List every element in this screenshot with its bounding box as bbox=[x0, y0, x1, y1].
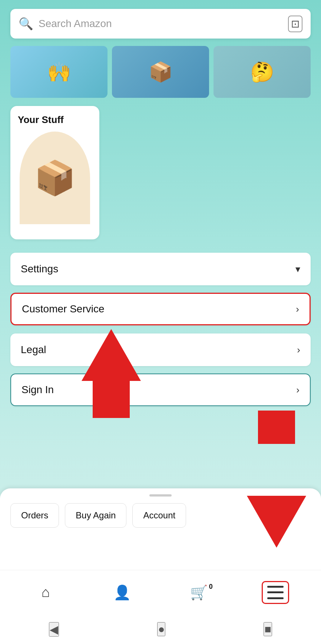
nav-home[interactable]: ⌂ bbox=[7, 570, 84, 614]
sign-in-chevron-icon: › bbox=[296, 384, 300, 396]
hamburger-menu-icon bbox=[267, 586, 284, 599]
cart-badge: 0 bbox=[209, 583, 213, 591]
legal-label: Legal bbox=[21, 344, 297, 356]
product-image-2[interactable]: 📦 bbox=[112, 46, 209, 98]
camera-search-icon[interactable]: ⊡ bbox=[288, 16, 302, 32]
annotation-arrow-down bbox=[247, 462, 306, 548]
bottom-navigation: ⌂ 👤 🛒 0 bbox=[0, 570, 321, 614]
settings-chevron-icon: ▾ bbox=[295, 263, 300, 275]
nav-cart[interactable]: 🛒 0 bbox=[160, 570, 237, 614]
search-bar[interactable]: 🔍 Search Amazon ⊡ bbox=[10, 9, 311, 39]
search-icon: 🔍 bbox=[19, 17, 33, 31]
sheet-handle bbox=[149, 494, 172, 497]
product-image-1[interactable]: 🙌 bbox=[10, 46, 107, 98]
product-image-3[interactable]: 🤔 bbox=[214, 46, 311, 98]
recents-button[interactable]: ■ bbox=[264, 622, 272, 636]
settings-menu-item[interactable]: Settings ▾ bbox=[10, 253, 311, 285]
account-button[interactable]: Account bbox=[132, 503, 186, 528]
settings-label: Settings bbox=[21, 263, 295, 275]
your-stuff-card[interactable]: Your Stuff 📦 bbox=[10, 106, 99, 239]
customer-service-menu-item[interactable]: Customer Service › bbox=[10, 293, 311, 325]
menu-nav-box bbox=[262, 581, 289, 604]
buy-again-button[interactable]: Buy Again bbox=[65, 503, 126, 528]
box-emoji: 📦 bbox=[34, 159, 76, 197]
cart-icon: 🛒 0 bbox=[190, 584, 208, 601]
customer-service-label: Customer Service bbox=[22, 303, 296, 315]
home-button[interactable]: ● bbox=[157, 622, 165, 636]
your-stuff-title: Your Stuff bbox=[18, 114, 64, 126]
system-nav-bar: ◀ ● ■ bbox=[0, 614, 321, 644]
nav-profile[interactable]: 👤 bbox=[84, 570, 161, 614]
person-icon: 👤 bbox=[113, 584, 131, 601]
back-button[interactable]: ◀ bbox=[49, 622, 59, 637]
orders-button[interactable]: Orders bbox=[10, 503, 59, 528]
product-images-row: 🙌 📦 🤔 bbox=[0, 46, 321, 98]
home-icon: ⌂ bbox=[42, 584, 50, 600]
search-input-placeholder[interactable]: Search Amazon bbox=[39, 18, 288, 30]
box-illustration: 📦 bbox=[20, 132, 90, 224]
sign-in-label: Sign In bbox=[21, 384, 296, 396]
sign-in-menu-item[interactable]: Sign In › bbox=[10, 374, 311, 406]
legal-chevron-icon: › bbox=[297, 344, 300, 356]
legal-menu-item[interactable]: Legal › bbox=[10, 333, 311, 366]
nav-menu[interactable] bbox=[237, 570, 314, 614]
customer-service-chevron-icon: › bbox=[296, 303, 299, 315]
